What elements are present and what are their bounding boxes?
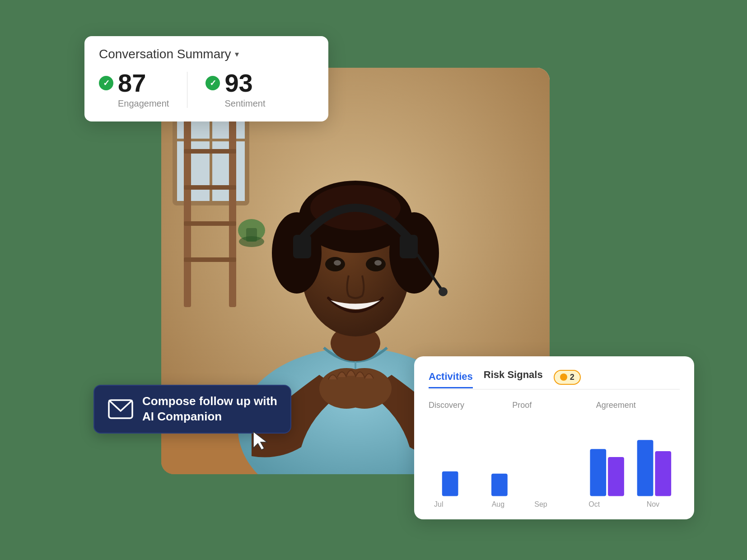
x-label-sep: Sep — [519, 500, 562, 509]
tab-activities[interactable]: Activities — [429, 371, 473, 388]
mail-icon-wrap — [107, 396, 134, 423]
sentiment-check-icon: ✓ — [205, 76, 220, 90]
svg-point-32 — [439, 287, 448, 296]
scene-wrapper: Conversation Summary ▾ ✓ 87 Engagement ✓… — [80, 32, 667, 528]
svg-rect-10 — [184, 221, 236, 226]
tab-risk-signals[interactable]: Risk Signals — [484, 369, 543, 385]
risk-badge: 2 — [554, 370, 581, 385]
x-label-oct: Oct — [562, 500, 626, 509]
summary-header: Conversation Summary ▾ — [99, 47, 314, 61]
svg-point-28 — [374, 260, 382, 266]
engagement-value: 87 — [118, 70, 146, 96]
svg-point-14 — [239, 236, 264, 247]
svg-rect-38 — [491, 474, 508, 496]
summary-title: Conversation Summary — [99, 47, 231, 61]
chart-x-labels: Jul Aug Sep Oct Nov — [429, 500, 680, 509]
svg-rect-37 — [442, 471, 458, 496]
engagement-metric-row: ✓ 87 — [99, 70, 146, 96]
mail-icon — [108, 399, 133, 419]
svg-rect-30 — [400, 235, 418, 258]
sentiment-metric: ✓ 93 Sentiment — [205, 70, 283, 109]
svg-rect-39 — [590, 449, 606, 496]
x-label-nov: Nov — [626, 500, 680, 509]
bar-chart — [429, 417, 680, 499]
cursor — [252, 431, 268, 453]
risk-dot — [560, 373, 567, 381]
svg-rect-29 — [293, 235, 311, 258]
chart-area — [429, 417, 680, 499]
activities-card: Activities Risk Signals 2 Discovery Proo… — [414, 356, 694, 519]
svg-rect-41 — [637, 440, 654, 496]
risk-count: 2 — [570, 373, 574, 382]
compose-button-label: Compose follow up with AI Companion — [142, 394, 278, 425]
svg-point-34 — [337, 368, 392, 409]
category-discovery: Discovery — [429, 401, 512, 410]
activities-tabs: Activities Risk Signals 2 — [429, 369, 680, 390]
svg-rect-9 — [184, 185, 236, 190]
metric-divider — [187, 72, 187, 108]
compose-follow-up-button[interactable]: Compose follow up with AI Companion — [93, 385, 291, 434]
engagement-metric: ✓ 87 Engagement — [99, 70, 187, 109]
x-label-aug: Aug — [477, 500, 520, 509]
svg-marker-36 — [253, 432, 267, 450]
summary-metrics: ✓ 87 Engagement ✓ 93 Sentiment — [99, 70, 314, 109]
svg-point-27 — [334, 260, 341, 266]
conversation-summary-card: Conversation Summary ▾ ✓ 87 Engagement ✓… — [84, 36, 328, 121]
category-proof: Proof — [512, 401, 596, 410]
svg-rect-11 — [184, 257, 236, 262]
engagement-label: Engagement — [118, 98, 169, 109]
sentiment-metric-row: ✓ 93 — [205, 70, 252, 96]
category-agreement: Agreement — [596, 401, 680, 410]
svg-rect-42 — [655, 451, 671, 496]
dropdown-icon[interactable]: ▾ — [235, 49, 239, 59]
svg-rect-8 — [184, 149, 236, 154]
chart-categories: Discovery Proof Agreement — [429, 401, 680, 410]
svg-rect-40 — [608, 457, 624, 496]
engagement-check-icon: ✓ — [99, 76, 113, 90]
sentiment-label: Sentiment — [224, 98, 265, 109]
sentiment-value: 93 — [224, 70, 252, 96]
x-label-jul: Jul — [429, 500, 477, 509]
